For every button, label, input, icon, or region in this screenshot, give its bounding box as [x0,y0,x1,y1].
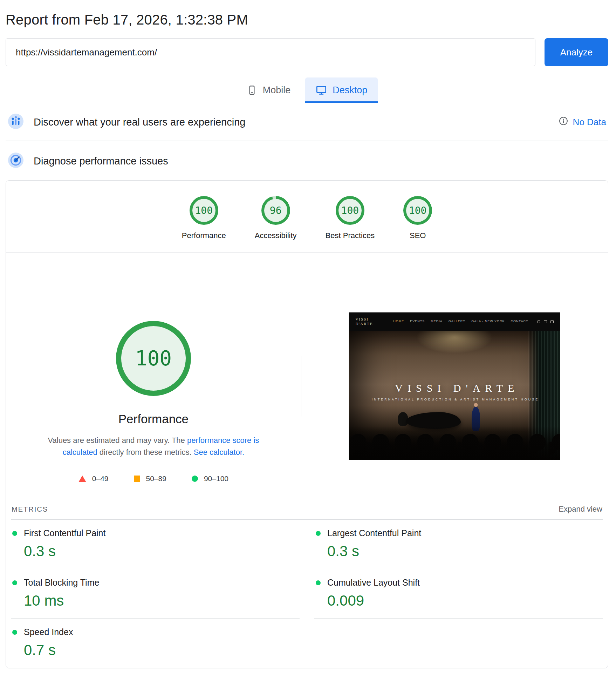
performance-gauge: 100 [116,321,191,396]
concert-hall-photo: VISSI D'ARTE INTERNATIONAL PRODUCTION & … [349,331,560,460]
score-label: Performance [182,231,226,240]
url-input[interactable] [6,38,535,66]
device-tabs: Mobile Desktop [6,77,608,103]
lighthouse-report-card: 100 Performance 96 Accessibility 100 Bes… [6,180,608,668]
tab-desktop-label: Desktop [333,85,367,96]
lab-data-section-header: Diagnose performance issues [6,141,608,179]
site-nav-gallery: GALLERY [449,319,465,324]
pass-dot-icon [12,531,17,536]
url-bar: Analyze [6,38,608,66]
legend-label: 90–100 [204,474,228,483]
site-hero-subtitle: INTERNATIONAL PRODUCTION & ARTIST MANAGE… [349,398,560,401]
field-data-title: Discover what your real users are experi… [34,116,245,128]
score-ring: 96 [261,196,290,225]
tab-mobile-label: Mobile [263,85,291,96]
analyze-button[interactable]: Analyze [545,38,608,66]
metric-name: Total Blocking Time [24,578,99,588]
score-label: SEO [410,231,426,240]
pass-dot-icon [12,580,17,585]
youtube-icon [550,320,554,323]
metric-value: 0.3 s [24,543,296,560]
tab-desktop[interactable]: Desktop [305,77,378,103]
performance-gauge-label: Performance [118,412,189,426]
metric-cumulative-layout-shift: Cumulative Layout Shift 0.009 [314,569,603,619]
metric-largest-contentful-paint: Largest Contentful Paint 0.3 s [314,520,603,569]
score-value: 96 [264,199,287,222]
site-logo: VISSI D'ARTE [355,317,373,326]
real-users-chart-icon [8,113,24,131]
diagnose-gauge-icon [8,152,24,170]
score-ring: 100 [403,196,432,225]
info-icon [559,116,568,128]
metrics-right-column: Largest Contentful Paint 0.3 s Cumulativ… [314,520,603,668]
metric-value: 10 ms [24,592,296,609]
metrics-heading: METRICS [12,505,48,513]
gauge-desc-text: Values are estimated and may vary. The [48,436,187,445]
score-legend: 0–49 50–89 90–100 [78,474,228,483]
category-score-accessibility[interactable]: 96 Accessibility [255,196,297,240]
score-label: Accessibility [255,231,297,240]
gauge-description: Values are estimated and may vary. The p… [40,434,267,458]
legend-label: 0–49 [92,474,109,483]
screenshot-column: VISSI D'ARTE HOME EVENTS MEDIA GALLERY G… [301,252,608,483]
site-nav-links: HOME EVENTS MEDIA GALLERY GALA - NEW YOR… [393,319,528,324]
category-score-seo[interactable]: 100 SEO [403,196,432,240]
see-calculator-link[interactable]: See calculator. [194,448,244,457]
site-nav-events: EVENTS [410,319,425,324]
audience-silhouettes [349,426,560,460]
metrics-header: METRICS Expand view [11,500,603,520]
site-logo-line: VISSI [355,317,373,322]
category-scores: 100 Performance 96 Accessibility 100 Bes… [6,181,608,252]
legend-range-pass: 90–100 [192,474,228,483]
site-hero-title: VISSI D'ARTE [349,382,560,394]
site-nav-media: MEDIA [431,319,443,324]
score-value: 100 [406,199,429,222]
legend-range-average: 50–89 [134,474,166,483]
legend-range-fail: 0–49 [78,474,109,483]
metric-total-blocking-time: Total Blocking Time 10 ms [11,569,300,619]
category-score-best-practices[interactable]: 100 Best Practices [326,196,375,240]
pass-dot-icon [316,580,321,585]
metric-name: First Contentful Paint [24,528,105,538]
facebook-icon [544,320,547,323]
legend-label: 50–89 [146,474,166,483]
metric-name: Largest Contentful Paint [327,528,421,538]
site-hero-text: VISSI D'ARTE INTERNATIONAL PRODUCTION & … [349,382,560,401]
site-screenshot-thumbnail: VISSI D'ARTE HOME EVENTS MEDIA GALLERY G… [349,312,560,460]
no-data-status: No Data [559,116,606,128]
performance-gauge-column: 100 Performance Values are estimated and… [6,252,301,483]
green-circle-icon [192,476,198,482]
gauge-desc-text: directly from these metrics. [97,448,194,457]
tab-mobile[interactable]: Mobile [236,77,301,103]
site-social-icons [537,320,554,323]
site-nav-home: HOME [393,319,404,324]
metric-value: 0.3 s [327,543,600,560]
score-value: 100 [192,199,215,222]
desktop-monitor-icon [316,85,327,96]
pass-dot-icon [12,630,17,635]
score-ring: 100 [190,196,218,225]
performance-overview: 100 Performance Values are estimated and… [6,252,608,497]
metric-value: 0.009 [327,592,600,609]
score-value: 100 [338,199,362,222]
metric-first-contentful-paint: First Contentful Paint 0.3 s [11,520,300,569]
category-score-performance[interactable]: 100 Performance [182,196,226,240]
metric-value: 0.7 s [24,642,296,659]
metric-speed-index: Speed Index 0.7 s [11,619,300,668]
score-label: Best Practices [326,231,375,240]
metrics-grid: First Contentful Paint 0.3 s Total Block… [11,520,603,668]
pagespeed-report: Report from Feb 17, 2026, 1:32:38 PM Ana… [0,12,616,668]
mobile-phone-icon [247,85,257,95]
page-title: Report from Feb 17, 2026, 1:32:38 PM [6,12,608,28]
performance-gauge-score: 100 [135,346,172,370]
expand-view-button[interactable]: Expand view [559,505,602,514]
score-ring: 100 [336,196,364,225]
metric-name: Speed Index [24,627,73,637]
pass-dot-icon [316,531,321,536]
site-nav-contact: CONTACT [511,319,528,324]
orange-square-icon [134,476,140,482]
site-navbar: VISSI D'ARTE HOME EVENTS MEDIA GALLERY G… [349,312,560,331]
no-data-link[interactable]: No Data [573,117,606,128]
site-nav-gala: GALA - NEW YORK [471,319,505,324]
lab-data-title: Diagnose performance issues [34,155,168,167]
